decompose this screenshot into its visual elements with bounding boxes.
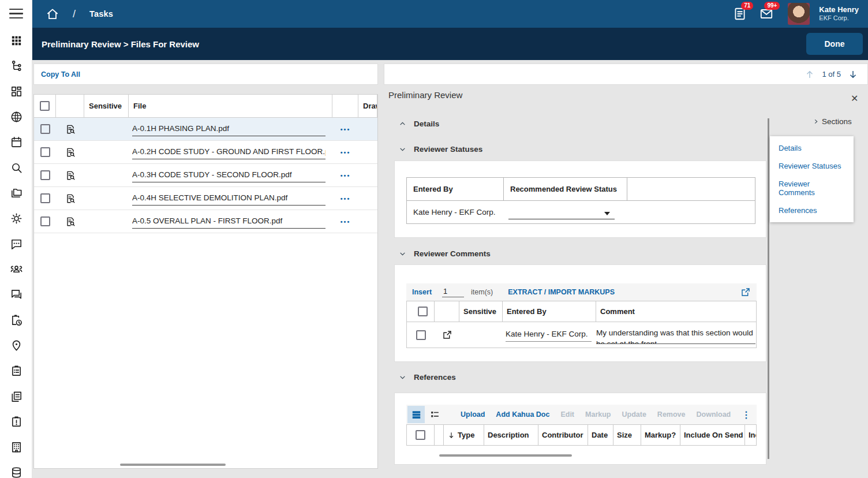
row-menu-button[interactable]: •••: [332, 172, 358, 179]
messages-button[interactable]: 99+: [758, 5, 775, 23]
tasks-notifications-button[interactable]: 71: [731, 5, 749, 23]
chevron-down-icon: [399, 145, 406, 153]
references-toolbar: Upload Add Kahua Doc Edit Markup Update …: [406, 405, 757, 424]
chevron-right-icon: [813, 118, 819, 125]
horizontal-scrollbar[interactable]: [120, 464, 226, 466]
col-contributor: Contributor: [538, 425, 588, 445]
file-row[interactable]: A-0.2H CODE STUDY - GROUND AND FIRST FLO…: [34, 141, 377, 164]
settings-gear-icon[interactable]: [0, 206, 32, 231]
copy-to-all-link[interactable]: Copy To All: [41, 70, 80, 79]
extract-import-markups-link[interactable]: EXTRACT / IMPORT MARKUPS: [508, 288, 615, 296]
folder-copy-icon[interactable]: [0, 180, 32, 206]
row-menu-button[interactable]: •••: [332, 126, 358, 133]
file-name-field[interactable]: A-0.3H CODE STUDY - SECOND FLOOR.pdf: [132, 169, 326, 182]
home-icon[interactable]: [45, 6, 60, 21]
select-all-checkbox[interactable]: [40, 101, 50, 111]
clipboard-clock-icon[interactable]: [0, 307, 32, 333]
detail-view-button[interactable]: [426, 406, 443, 423]
previous-item-icon[interactable]: [805, 69, 815, 80]
horizontal-scrollbar[interactable]: [439, 454, 572, 457]
select-all-checkbox[interactable]: [418, 307, 428, 316]
forum-chat-icon[interactable]: [0, 282, 32, 307]
row-menu-button[interactable]: •••: [332, 195, 358, 202]
file-row[interactable]: A-0.1H PHASING PLAN.pdf •••: [34, 118, 377, 141]
comment-dots-icon[interactable]: [0, 231, 32, 256]
open-comment-icon[interactable]: [442, 330, 452, 340]
col-drawing: Drawi: [358, 95, 377, 117]
more-options-icon[interactable]: ⋮: [742, 409, 751, 420]
reviewer-statuses-table: Entered By Recommended Review Status Kat…: [406, 177, 755, 224]
dashboard-icon[interactable]: [0, 79, 32, 104]
close-icon[interactable]: ✕: [851, 93, 858, 104]
insert-count-input[interactable]: 1: [442, 287, 464, 297]
building-icon[interactable]: [0, 434, 32, 460]
clipboard-alert-icon[interactable]: [0, 409, 32, 434]
globe-icon[interactable]: [0, 104, 32, 129]
section-header-reviewer-statuses[interactable]: Reviewer Statuses: [399, 145, 482, 154]
calendar-icon[interactable]: [0, 129, 32, 155]
col-entered-by: Entered By: [503, 301, 596, 322]
remove-link-disabled: Remove: [657, 410, 686, 419]
insert-link[interactable]: Insert: [412, 288, 432, 296]
col-sensitive: Sensitive: [459, 301, 503, 322]
row-checkbox[interactable]: [40, 193, 50, 203]
file-search-icon[interactable]: [65, 193, 76, 204]
review-status-dropdown[interactable]: [508, 205, 615, 219]
file-search-icon[interactable]: [65, 216, 76, 227]
sections-menu-item-references[interactable]: References: [770, 201, 854, 219]
file-search-icon[interactable]: [65, 124, 76, 135]
col-markup: Markup?: [641, 425, 680, 445]
sections-toggle[interactable]: Sections: [813, 117, 852, 126]
database-icon[interactable]: [0, 460, 32, 478]
file-search-icon[interactable]: [65, 147, 76, 158]
user-avatar[interactable]: [788, 3, 810, 25]
file-row[interactable]: A-0.5 OVERALL PLAN - FIRST FLOOR.pdf •••: [34, 210, 377, 233]
add-kahua-doc-link[interactable]: Add Kahua Doc: [496, 410, 549, 419]
done-button[interactable]: Done: [806, 33, 863, 55]
task-header-bar: Preliminary Review > Files For Review Do…: [32, 28, 868, 60]
row-menu-button[interactable]: •••: [332, 149, 358, 156]
file-row[interactable]: A-0.4H SELECTIVE DEMOLITION PLAN.pdf •••: [34, 187, 377, 210]
groups-icon[interactable]: [0, 256, 32, 282]
user-name: Kate Henry: [819, 5, 859, 14]
section-header-references[interactable]: References: [399, 373, 456, 382]
file-name-field[interactable]: A-0.4H SELECTIVE DEMOLITION PLAN.pdf: [132, 192, 326, 206]
sections-menu-item-details[interactable]: Details: [770, 139, 854, 157]
upload-link[interactable]: Upload: [461, 410, 485, 419]
workflow-icon[interactable]: [0, 53, 32, 79]
sections-menu-item-reviewer-statuses[interactable]: Reviewer Statuses: [770, 157, 854, 175]
section-header-details[interactable]: Details: [399, 120, 439, 128]
section-header-reviewer-comments[interactable]: Reviewer Comments: [399, 249, 491, 258]
row-checkbox[interactable]: [40, 124, 50, 134]
row-checkbox[interactable]: [40, 170, 50, 180]
chevron-down-icon: [399, 250, 406, 257]
open-in-new-icon[interactable]: [740, 287, 751, 297]
clipboard-list-icon[interactable]: [0, 358, 32, 383]
next-item-icon[interactable]: [848, 69, 858, 80]
vertical-scrollbar[interactable]: [768, 118, 769, 459]
row-menu-button[interactable]: •••: [332, 218, 358, 225]
chevron-down-icon: [604, 212, 610, 215]
file-name-field[interactable]: A-0.1H PHASING PLAN.pdf: [132, 122, 326, 136]
select-all-checkbox[interactable]: [416, 430, 425, 440]
mail-badge: 99+: [764, 2, 780, 10]
page-title: Tasks: [89, 9, 113, 18]
file-name-field[interactable]: A-0.5 OVERALL PLAN - FIRST FLOOR.pdf: [132, 215, 326, 229]
location-pin-icon[interactable]: [0, 333, 32, 358]
apps-grid-icon[interactable]: [0, 28, 32, 53]
task-breadcrumb: Preliminary Review > Files For Review: [42, 39, 199, 49]
row-checkbox[interactable]: [40, 147, 50, 157]
sort-descending-icon[interactable]: [447, 431, 455, 439]
comment-field[interactable]: My understanding was that this section w…: [596, 326, 755, 344]
file-search-icon[interactable]: [65, 170, 76, 181]
user-info[interactable]: Kate Henry EKF Corp.: [819, 5, 859, 23]
sections-menu-item-reviewer-comments[interactable]: Reviewer Comments: [770, 175, 854, 201]
file-row[interactable]: A-0.3H CODE STUDY - SECOND FLOOR.pdf •••: [34, 164, 377, 187]
row-checkbox[interactable]: [416, 330, 426, 340]
clipboard-copy-icon[interactable]: [0, 383, 32, 409]
search-icon[interactable]: [0, 155, 32, 180]
row-checkbox[interactable]: [40, 216, 50, 226]
hamburger-menu-icon[interactable]: [9, 9, 23, 19]
table-view-button[interactable]: [407, 406, 425, 423]
file-name-field[interactable]: A-0.2H CODE STUDY - GROUND AND FIRST FLO…: [132, 145, 326, 159]
